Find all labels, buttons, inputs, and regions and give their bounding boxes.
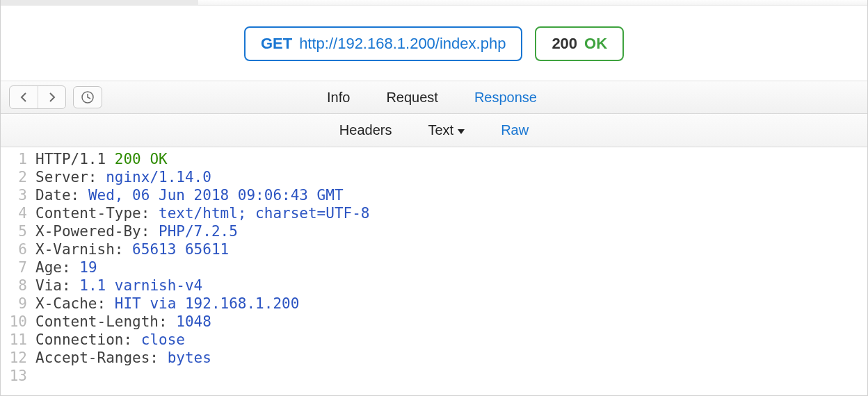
tab-request[interactable]: Request [386, 90, 438, 106]
mode-text-label: Text [428, 122, 453, 138]
http-method: GET [261, 35, 292, 53]
mode-text[interactable]: Text [428, 122, 465, 138]
chevron-left-icon [19, 92, 28, 103]
status-code: 200 [552, 35, 577, 53]
request-summary: GET http://192.168.1.200/index.php 200 O… [1, 6, 867, 81]
main-toolbar: Info Request Response [1, 81, 867, 114]
tab-info[interactable]: Info [327, 90, 350, 106]
request-pill: GET http://192.168.1.200/index.php [244, 26, 522, 61]
clock-icon [81, 90, 95, 104]
mode-headers[interactable]: Headers [339, 122, 392, 138]
back-button[interactable] [10, 86, 38, 108]
response-raw-editor[interactable]: 12345678910111213 HTTP/1.1 200 OK Server… [1, 147, 867, 385]
app-window: GET http://192.168.1.200/index.php 200 O… [0, 0, 868, 396]
window-top-strip [1, 0, 867, 6]
status-text: OK [584, 35, 607, 53]
request-url: http://192.168.1.200/index.php [299, 35, 506, 53]
chevron-down-icon [458, 129, 465, 134]
forward-button[interactable] [38, 86, 65, 108]
view-tabs: Info Request Response [102, 90, 762, 106]
tab-response[interactable]: Response [474, 90, 537, 106]
response-mode-toolbar: Headers Text Raw [1, 114, 867, 147]
line-gutter: 12345678910111213 [1, 150, 35, 385]
history-nav [9, 85, 66, 109]
status-pill: 200 OK [535, 26, 624, 61]
chevron-right-icon [48, 92, 56, 103]
mode-raw[interactable]: Raw [501, 122, 529, 138]
history-button[interactable] [73, 86, 102, 108]
raw-headers-content: HTTP/1.1 200 OK Server: nginx/1.14.0 Dat… [35, 150, 867, 385]
